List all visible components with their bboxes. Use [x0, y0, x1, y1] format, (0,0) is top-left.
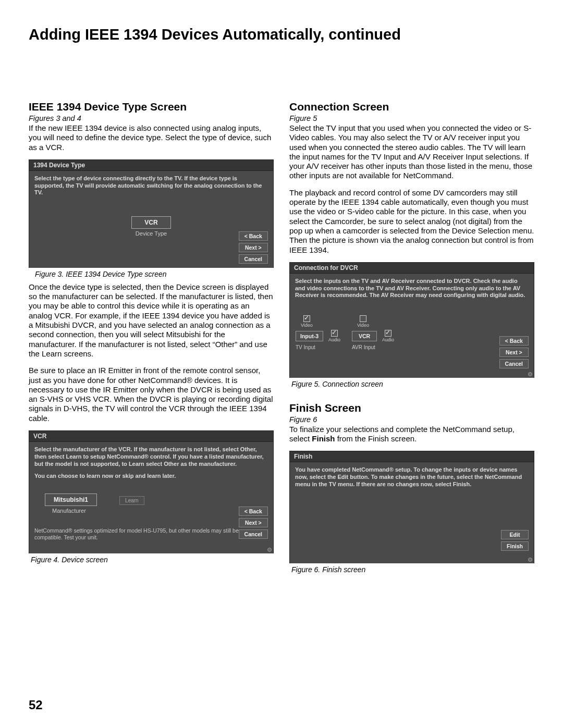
optimization-note: NetCommand® settings optimized for model… [34, 527, 268, 540]
check-label: Audio [328, 337, 340, 342]
next-button[interactable]: Next > [239, 243, 268, 252]
tv-input-select[interactable]: Input-3 [296, 331, 323, 341]
dialog-titlebar: Finish [290, 451, 534, 462]
paragraph: To finalize your selections and complete… [289, 425, 534, 444]
left-column: IEEE 1394 Device Type Screen Figures 3 a… [29, 101, 274, 578]
figure-6-screenshot: Finish You have completed NetCommand® se… [289, 451, 534, 563]
dialog-titlebar: VCR [29, 431, 273, 442]
figure-reference: Figure 5 [289, 114, 534, 122]
avr-input-select[interactable]: VCR [352, 331, 377, 341]
back-button[interactable]: < Back [239, 231, 268, 241]
figure-4-screenshot: VCR Select the manufacturer of the VCR. … [29, 430, 274, 553]
figure-reference: Figure 6 [289, 415, 534, 424]
learn-button[interactable]: Learn [119, 496, 144, 505]
cancel-button[interactable]: Cancel [239, 254, 268, 264]
check-label: Video [357, 323, 369, 328]
figure-caption: Figure 4. Device screen [31, 556, 274, 564]
dialog-instruction: Select the type of device connecting dir… [34, 175, 268, 196]
back-button[interactable]: < Back [239, 507, 268, 516]
manufacturer-select[interactable]: Mitsubishi1 [45, 493, 97, 506]
back-button[interactable]: < Back [499, 336, 529, 346]
section-heading: Connection Screen [289, 101, 534, 113]
avr-audio-checkbox[interactable] [385, 330, 391, 337]
cancel-button[interactable]: Cancel [239, 529, 268, 539]
paragraph: The playback and record control of some … [289, 188, 534, 255]
select-label: Manufacturer [52, 508, 268, 514]
dialog-titlebar: Connection for DVCR [290, 263, 534, 274]
group-label: TV Input [296, 344, 340, 350]
figure-caption: Figure 6. Finish screen [291, 565, 534, 574]
figure-reference: Figures 3 and 4 [29, 114, 274, 122]
page-title: Adding IEEE 1394 Devices Automatically, … [29, 26, 534, 43]
paragraph: Once the device type is selected, then t… [29, 282, 274, 359]
page-number: 52 [29, 698, 43, 712]
paragraph: Select the TV input that you used when y… [289, 124, 534, 181]
section-heading: IEEE 1394 Device Type Screen [29, 101, 274, 113]
dialog-instruction: Select the inputs on the TV and AV Recei… [295, 278, 529, 299]
check-label: Audio [382, 337, 394, 342]
avr-video-checkbox[interactable] [360, 315, 366, 322]
check-label: Video [301, 323, 313, 328]
dialog-instruction: Select the manufacturer of the VCR. If t… [34, 446, 268, 467]
dialog-instruction: You have completed NetCommand® setup. To… [295, 466, 529, 488]
next-button[interactable]: Next > [239, 518, 268, 527]
corner-indicator-icon [528, 558, 532, 562]
paragraph: If the new IEEE 1394 device is also conn… [29, 124, 274, 152]
figure-3-screenshot: 1394 Device Type Select the type of devi… [29, 159, 274, 268]
cancel-button[interactable]: Cancel [499, 359, 529, 368]
tv-audio-checkbox[interactable] [331, 330, 338, 337]
edit-button[interactable]: Edit [501, 530, 529, 539]
paragraph: Be sure to place an IR Emitter in front … [29, 366, 274, 423]
figure-caption: Figure 3. IEEE 1394 Device Type screen [35, 270, 274, 278]
dialog-titlebar: 1394 Device Type [29, 160, 273, 171]
finish-button[interactable]: Finish [501, 541, 529, 551]
corner-indicator-icon [528, 372, 532, 376]
dialog-subtext: You can choose to learn now or skip and … [34, 473, 268, 479]
section-heading: Finish Screen [289, 402, 534, 414]
figure-caption: Figure 5. Connection screen [291, 380, 534, 388]
figure-5-screenshot: Connection for DVCR Select the inputs on… [289, 262, 534, 378]
corner-indicator-icon [267, 548, 272, 552]
device-type-select[interactable]: VCR [131, 216, 170, 229]
next-button[interactable]: Next > [499, 348, 529, 357]
tv-input-group: Video Input-3 Audio TV Input [295, 315, 341, 351]
avr-input-group: Video VCR Audio AVR Input [351, 315, 395, 351]
tv-video-checkbox[interactable] [303, 315, 310, 322]
right-column: Connection Screen Figure 5 Select the TV… [289, 101, 534, 578]
select-label: Device Type [34, 230, 268, 237]
content-columns: IEEE 1394 Device Type Screen Figures 3 a… [29, 101, 534, 578]
group-label: AVR Input [352, 344, 394, 350]
